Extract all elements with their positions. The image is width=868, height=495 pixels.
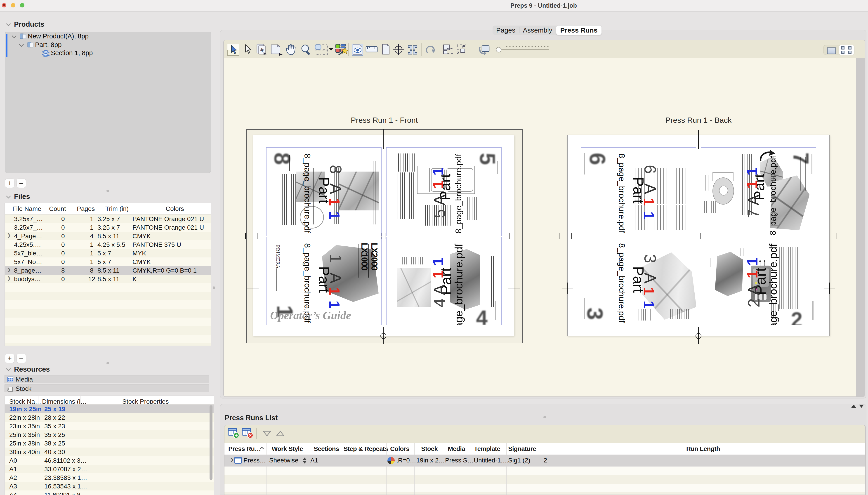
svg-text:#: # [260, 47, 264, 53]
